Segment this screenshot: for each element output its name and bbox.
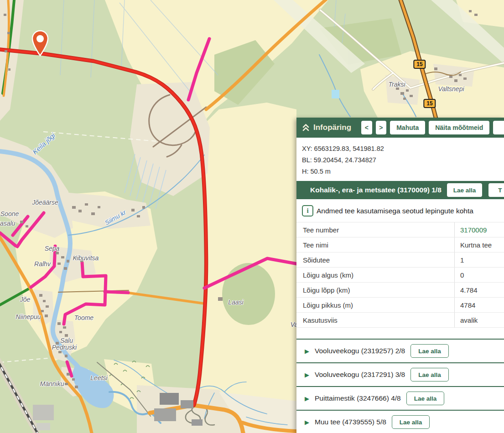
row-value: 0 — [455, 271, 464, 279]
row-value: 4.784 — [455, 286, 478, 294]
table-row: Lõigu pikkus (m) 4784 — [296, 298, 504, 313]
expand-triangle-icon: ▶ — [305, 371, 309, 378]
map-label-leetsi: Leetsi — [90, 374, 107, 381]
row-label: Lõigu lõpp (km) — [296, 286, 454, 294]
map-label-soone: Soone — [0, 210, 19, 217]
section-header-muu-tee-4739555[interactable]: ▶ Muu tee (4739555) 5/8 Lae alla — [296, 411, 504, 433]
section-header-vooluveekogu-2317291[interactable]: ▶ Vooluveekogu (2317291) 3/8 Lae alla — [296, 363, 504, 387]
table-row: Tee number 3170009 — [296, 222, 504, 237]
map-label-salu: Salu — [60, 337, 73, 344]
table-row: Sõidutee 1 — [296, 253, 504, 268]
panel-header: Infopäring < > Mahuta Näita mõõtmeid — [296, 118, 504, 138]
collapsed-result-sections: ▶ Vooluveekogu (2319257) 2/8 Lae alla ▶ … — [296, 339, 504, 433]
map-label-sepa: Sepa — [45, 245, 60, 252]
tee-number-link[interactable]: 3170009 — [455, 226, 487, 234]
download-button[interactable]: Lae alla — [410, 368, 449, 381]
row-label: Kasutusviis — [296, 316, 454, 324]
row-value: avalik — [455, 316, 478, 324]
coords-h: H: 50.5 m — [302, 166, 499, 177]
row-value: 4784 — [455, 301, 475, 309]
map-label-kibuvitsa: Kibuvitsa — [73, 254, 99, 262]
map-label-toome: Toome — [74, 314, 94, 321]
download-button[interactable]: Lae alla — [406, 392, 445, 405]
road-number-badge: 15 — [423, 99, 436, 108]
section-title: Vooluveekogu (2317291) 3/8 — [315, 371, 405, 379]
info-panel: Infopäring < > Mahuta Näita mõõtmeid XY:… — [296, 118, 504, 433]
attribute-table: Tee number 3170009 Tee nimi Kurtna tee S… — [296, 222, 504, 328]
next-result-button[interactable]: > — [376, 121, 387, 134]
map-label-traksi: Traksi — [388, 81, 405, 88]
feature-info-text: Andmed tee kasutamisega seotud lepingute… — [317, 207, 473, 215]
section-title: Muu tee (4739555) 5/8 — [315, 418, 386, 426]
row-label: Tee number — [296, 226, 454, 234]
info-icon[interactable]: i — [302, 205, 313, 216]
map-marker-pin — [30, 29, 50, 57]
feature-info-row: i Andmed tee kasutamisega seotud lepingu… — [296, 199, 504, 220]
show-measures-button[interactable]: Näita mõõtmeid — [429, 121, 489, 134]
table-row: Lõigu lõpp (km) 4.784 — [296, 283, 504, 298]
feature-title: Kohalik-, era- ja metsatee (3170009) 1/8 — [310, 186, 442, 194]
download-button[interactable]: Lae alla — [410, 344, 449, 358]
expand-triangle-icon: ▶ — [305, 348, 309, 355]
download-button[interactable]: Lae alla — [447, 183, 483, 197]
map-label-pedruski: Pedruski — [52, 344, 77, 351]
map-label-joe: Jõe — [20, 296, 31, 303]
feature-section-header[interactable]: Kohalik-, era- ja metsatee (3170009) 1/8… — [296, 181, 504, 199]
map-label-kasalu: Kasalu — [0, 220, 15, 227]
row-value: Kurtna tee — [455, 241, 492, 249]
expand-triangle-icon: ▶ — [305, 419, 309, 426]
section-title: Vooluveekogu (2319257) 2/8 — [315, 347, 405, 355]
clipped-header-button[interactable] — [493, 121, 504, 134]
row-label: Lõigu pikkus (m) — [296, 301, 454, 309]
expand-triangle-icon: ▶ — [305, 395, 309, 402]
road-number-badge: 15 — [413, 60, 426, 69]
download-button[interactable]: Lae alla — [392, 415, 430, 429]
map-label-niinepuu: Niinepuu — [16, 313, 41, 320]
row-label: Sõidutee — [296, 256, 454, 264]
section-header-puittaimestik-3247666[interactable]: ▶ Puittaimestik (3247666) 4/8 Lae alla — [296, 387, 504, 411]
fit-button[interactable]: Mahuta — [390, 121, 425, 134]
table-row: Tee nimi Kurtna tee — [296, 237, 504, 253]
coords-xy: XY: 6563129.83, 541981.82 — [302, 143, 499, 155]
map-label-manniku: Männiku — [40, 380, 64, 387]
map-label-joeaarse: Jõeäärse — [32, 199, 58, 206]
prev-result-button[interactable]: < — [361, 121, 372, 134]
map-label-laasi: Laasi — [228, 299, 243, 306]
row-value: 1 — [455, 256, 464, 264]
table-row: Kasutusviis avalik — [296, 313, 504, 328]
clipped-feature-button[interactable]: T — [488, 183, 504, 197]
section-header-vooluveekogu-2319257[interactable]: ▶ Vooluveekogu (2319257) 2/8 Lae alla — [296, 340, 504, 363]
table-row: Lõigu algus (km) 0 — [296, 268, 504, 283]
collapse-panel-icon[interactable] — [302, 124, 310, 132]
row-label: Tee nimi — [296, 241, 454, 249]
map-label-ralhv: Ralhv — [34, 260, 51, 268]
coords-bl: BL: 59.20454, 24.734827 — [302, 155, 499, 166]
map-label-valtsnepi: Valtsnepi — [438, 85, 464, 93]
panel-title: Infopäring — [313, 123, 351, 132]
coordinate-readout: XY: 6563129.83, 541981.82 BL: 59.20454, … — [296, 138, 504, 181]
section-title: Puittaimestik (3247666) 4/8 — [315, 394, 401, 402]
row-label: Lõigu algus (km) — [296, 271, 454, 279]
